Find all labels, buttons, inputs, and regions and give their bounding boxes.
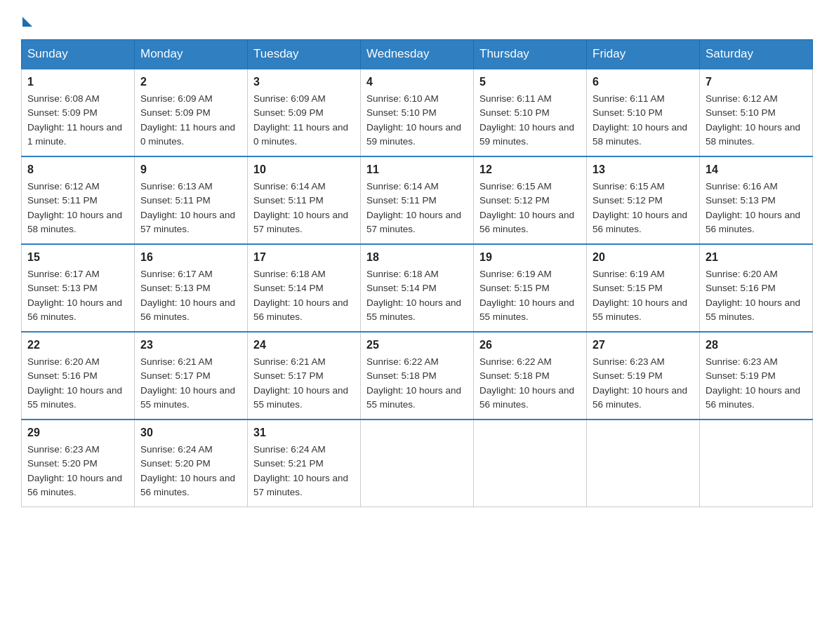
daylight-text: Daylight: 10 hours and 56 minutes. <box>27 473 122 497</box>
sunrise-text: Sunrise: 6:24 AM <box>253 444 326 455</box>
sunset-text: Sunset: 5:14 PM <box>366 283 437 293</box>
sunrise-text: Sunrise: 6:17 AM <box>27 269 100 279</box>
day-number: 18 <box>366 249 468 266</box>
sunrise-text: Sunrise: 6:18 AM <box>366 269 439 279</box>
sunset-text: Sunset: 5:13 PM <box>706 195 776 206</box>
daylight-text: Daylight: 10 hours and 57 minutes. <box>253 210 348 234</box>
daylight-text: Daylight: 11 hours and 0 minutes. <box>140 122 235 147</box>
daylight-text: Daylight: 10 hours and 58 minutes. <box>593 122 687 147</box>
daylight-text: Daylight: 10 hours and 55 minutes. <box>706 297 800 322</box>
sunset-text: Sunset: 5:12 PM <box>593 195 663 206</box>
sunset-text: Sunset: 5:12 PM <box>479 195 550 206</box>
day-number: 29 <box>27 424 128 441</box>
sunset-text: Sunset: 5:10 PM <box>479 107 550 118</box>
sunrise-text: Sunrise: 6:19 AM <box>593 269 665 279</box>
calendar-day-cell: 30 Sunrise: 6:24 AM Sunset: 5:20 PM Dayl… <box>135 420 248 507</box>
calendar-day-cell: 7 Sunrise: 6:12 AM Sunset: 5:10 PM Dayli… <box>700 69 813 156</box>
day-number: 3 <box>253 74 355 90</box>
day-number: 7 <box>706 74 807 90</box>
calendar-day-cell: 22 Sunrise: 6:20 AM Sunset: 5:16 PM Dayl… <box>22 332 135 420</box>
sunset-text: Sunset: 5:19 PM <box>593 370 663 381</box>
day-number: 20 <box>593 249 694 266</box>
daylight-text: Daylight: 10 hours and 57 minutes. <box>140 210 235 234</box>
calendar-day-cell: 23 Sunrise: 6:21 AM Sunset: 5:17 PM Dayl… <box>135 332 248 420</box>
day-of-week-header: Thursday <box>474 40 587 69</box>
sunset-text: Sunset: 5:15 PM <box>479 283 550 293</box>
day-number: 28 <box>706 337 807 354</box>
calendar-day-cell: 20 Sunrise: 6:19 AM Sunset: 5:15 PM Dayl… <box>587 244 700 332</box>
sunrise-text: Sunrise: 6:09 AM <box>253 93 326 104</box>
day-number: 6 <box>593 74 694 90</box>
sunset-text: Sunset: 5:21 PM <box>253 458 324 469</box>
day-of-week-header: Monday <box>135 40 248 69</box>
sunrise-text: Sunrise: 6:23 AM <box>27 444 100 455</box>
sunrise-text: Sunrise: 6:23 AM <box>593 356 665 367</box>
sunrise-text: Sunrise: 6:14 AM <box>366 181 439 192</box>
calendar-day-cell: 4 Sunrise: 6:10 AM Sunset: 5:10 PM Dayli… <box>361 69 474 156</box>
daylight-text: Daylight: 10 hours and 55 minutes. <box>366 385 461 410</box>
sunrise-text: Sunrise: 6:22 AM <box>366 356 439 367</box>
sunset-text: Sunset: 5:16 PM <box>706 283 776 293</box>
sunset-text: Sunset: 5:10 PM <box>593 107 663 118</box>
logo <box>21 14 32 25</box>
day-number: 17 <box>253 249 355 266</box>
sunset-text: Sunset: 5:10 PM <box>706 107 776 118</box>
daylight-text: Daylight: 11 hours and 0 minutes. <box>253 122 348 147</box>
day-of-week-header: Wednesday <box>361 40 474 69</box>
day-number: 5 <box>479 74 581 90</box>
sunrise-text: Sunrise: 6:16 AM <box>706 181 778 192</box>
daylight-text: Daylight: 10 hours and 56 minutes. <box>706 385 800 410</box>
calendar-day-cell: 1 Sunrise: 6:08 AM Sunset: 5:09 PM Dayli… <box>22 69 135 156</box>
calendar-day-cell: 14 Sunrise: 6:16 AM Sunset: 5:13 PM Dayl… <box>700 156 813 244</box>
sunrise-text: Sunrise: 6:22 AM <box>479 356 552 367</box>
day-number: 23 <box>140 337 241 354</box>
daylight-text: Daylight: 10 hours and 55 minutes. <box>479 297 574 322</box>
sunrise-text: Sunrise: 6:10 AM <box>366 93 439 104</box>
sunset-text: Sunset: 5:16 PM <box>27 370 98 381</box>
daylight-text: Daylight: 10 hours and 59 minutes. <box>366 122 461 147</box>
day-number: 24 <box>253 337 355 354</box>
sunrise-text: Sunrise: 6:21 AM <box>253 356 326 367</box>
sunrise-text: Sunrise: 6:23 AM <box>706 356 778 367</box>
daylight-text: Daylight: 10 hours and 56 minutes. <box>479 210 574 234</box>
sunset-text: Sunset: 5:11 PM <box>27 195 98 206</box>
daylight-text: Daylight: 10 hours and 56 minutes. <box>140 297 235 322</box>
sunrise-text: Sunrise: 6:14 AM <box>253 181 326 192</box>
day-number: 4 <box>366 74 468 90</box>
sunrise-text: Sunrise: 6:19 AM <box>479 269 552 279</box>
day-number: 1 <box>27 74 128 90</box>
sunrise-text: Sunrise: 6:18 AM <box>253 269 326 279</box>
daylight-text: Daylight: 10 hours and 56 minutes. <box>27 297 122 322</box>
sunset-text: Sunset: 5:09 PM <box>27 107 98 118</box>
day-number: 12 <box>479 161 581 178</box>
calendar-header-row: SundayMondayTuesdayWednesdayThursdayFrid… <box>22 40 813 69</box>
sunrise-text: Sunrise: 6:15 AM <box>479 181 552 192</box>
sunset-text: Sunset: 5:11 PM <box>366 195 437 206</box>
day-number: 8 <box>27 161 128 178</box>
sunset-text: Sunset: 5:18 PM <box>366 370 437 381</box>
sunrise-text: Sunrise: 6:20 AM <box>27 356 100 367</box>
day-number: 30 <box>140 424 241 441</box>
sunrise-text: Sunrise: 6:11 AM <box>593 93 665 104</box>
sunrise-text: Sunrise: 6:17 AM <box>140 269 213 279</box>
sunrise-text: Sunrise: 6:21 AM <box>140 356 213 367</box>
day-number: 9 <box>140 161 241 178</box>
calendar-day-cell <box>587 420 700 507</box>
calendar-day-cell: 13 Sunrise: 6:15 AM Sunset: 5:12 PM Dayl… <box>587 156 700 244</box>
day-number: 15 <box>27 249 128 266</box>
sunset-text: Sunset: 5:17 PM <box>253 370 324 381</box>
calendar-day-cell: 21 Sunrise: 6:20 AM Sunset: 5:16 PM Dayl… <box>700 244 813 332</box>
calendar-week-row: 1 Sunrise: 6:08 AM Sunset: 5:09 PM Dayli… <box>22 69 813 156</box>
calendar-day-cell: 2 Sunrise: 6:09 AM Sunset: 5:09 PM Dayli… <box>135 69 248 156</box>
daylight-text: Daylight: 10 hours and 56 minutes. <box>706 210 800 234</box>
sunset-text: Sunset: 5:17 PM <box>140 370 211 381</box>
daylight-text: Daylight: 10 hours and 58 minutes. <box>706 122 800 147</box>
day-number: 10 <box>253 161 355 178</box>
daylight-text: Daylight: 10 hours and 56 minutes. <box>140 473 235 497</box>
sunrise-text: Sunrise: 6:08 AM <box>27 93 100 104</box>
calendar-day-cell <box>361 420 474 507</box>
calendar-day-cell: 26 Sunrise: 6:22 AM Sunset: 5:18 PM Dayl… <box>474 332 587 420</box>
day-number: 11 <box>366 161 468 178</box>
sunrise-text: Sunrise: 6:15 AM <box>593 181 665 192</box>
daylight-text: Daylight: 10 hours and 58 minutes. <box>27 210 122 234</box>
